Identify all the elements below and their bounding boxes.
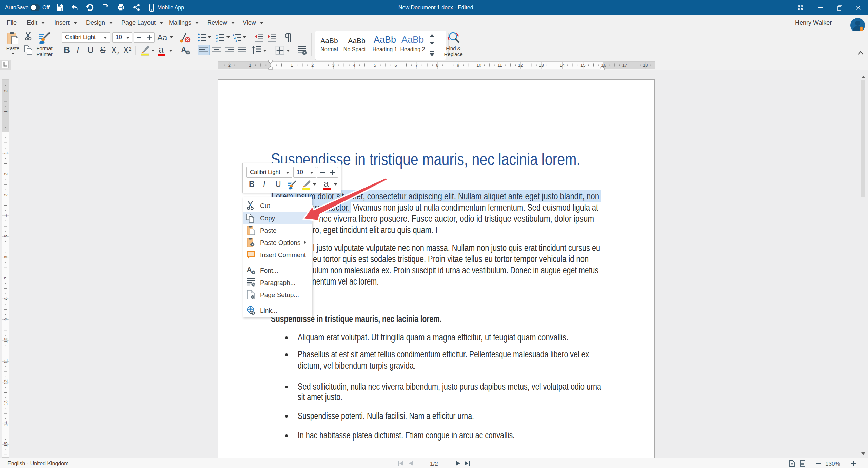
svg-text:1: 1 bbox=[249, 63, 251, 68]
svg-text:15: 15 bbox=[580, 63, 585, 68]
svg-text:4: 4 bbox=[3, 214, 8, 217]
svg-text:15: 15 bbox=[3, 442, 8, 447]
svg-text:3: 3 bbox=[216, 39, 218, 42]
svg-text:2: 2 bbox=[3, 173, 8, 175]
svg-text:18: 18 bbox=[643, 63, 648, 68]
svg-text:7: 7 bbox=[3, 277, 8, 279]
svg-text:11: 11 bbox=[497, 63, 502, 68]
svg-text:1: 1 bbox=[3, 152, 8, 154]
svg-text:A: A bbox=[181, 46, 186, 54]
svg-text:1: 1 bbox=[291, 63, 293, 68]
svg-text:5: 5 bbox=[3, 235, 8, 237]
svg-text:1: 1 bbox=[3, 110, 8, 113]
svg-text:9: 9 bbox=[457, 63, 459, 68]
svg-text:13: 13 bbox=[3, 400, 8, 405]
svg-text:2: 2 bbox=[3, 90, 8, 92]
svg-text:A: A bbox=[246, 266, 252, 274]
svg-text:6: 6 bbox=[3, 256, 8, 258]
svg-text:3: 3 bbox=[235, 39, 237, 42]
svg-text:8: 8 bbox=[436, 63, 438, 68]
svg-text:2: 2 bbox=[228, 63, 231, 68]
svg-text:11: 11 bbox=[3, 359, 8, 364]
svg-text:14: 14 bbox=[560, 63, 565, 68]
svg-text:12: 12 bbox=[518, 63, 523, 68]
svg-text:3: 3 bbox=[332, 63, 334, 68]
svg-text:6: 6 bbox=[394, 63, 397, 68]
svg-text:4: 4 bbox=[353, 63, 355, 68]
svg-text:10: 10 bbox=[3, 338, 8, 343]
svg-text:5: 5 bbox=[374, 63, 376, 68]
svg-text:17: 17 bbox=[622, 63, 627, 68]
svg-text:10: 10 bbox=[476, 63, 481, 68]
svg-text:3: 3 bbox=[3, 193, 8, 196]
svg-text:9: 9 bbox=[3, 318, 8, 320]
svg-text:7: 7 bbox=[415, 63, 418, 68]
svg-text:13: 13 bbox=[539, 63, 544, 68]
svg-text:8: 8 bbox=[3, 297, 8, 300]
svg-text:2: 2 bbox=[311, 63, 314, 68]
svg-text:12: 12 bbox=[3, 379, 8, 384]
svg-text:14: 14 bbox=[3, 421, 8, 426]
